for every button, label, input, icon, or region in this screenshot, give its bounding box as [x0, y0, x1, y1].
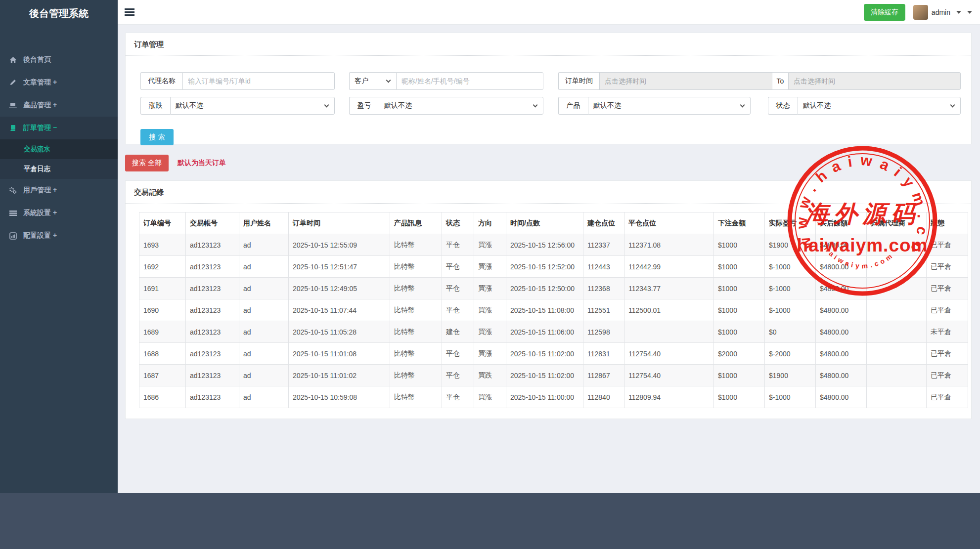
- cell-profit: $-1000: [765, 386, 816, 408]
- table-row: 1693ad123123ad2025-10-15 12:55:09比特幣平仓買漲…: [139, 234, 968, 256]
- cell-balance: $4800.00: [816, 365, 867, 386]
- cell-direction: 買漲: [474, 256, 506, 278]
- cell-order_time: 2025-10-15 11:01:08: [289, 343, 390, 365]
- avatar[interactable]: [913, 5, 928, 20]
- cell-id: 1693: [139, 234, 186, 256]
- cell-user: ad: [239, 234, 289, 256]
- cell-product: 比特幣: [390, 278, 442, 299]
- status-select[interactable]: 默认不选: [798, 97, 961, 115]
- cell-status: 已平倉: [927, 386, 968, 408]
- cell-close_point: 112500.01: [624, 299, 714, 321]
- sidebar-item-config[interactable]: 配置設置 +: [0, 224, 118, 247]
- sidebar-item-articles[interactable]: 文章管理 +: [0, 71, 118, 94]
- sidebar-item-system[interactable]: 系統設置 +: [0, 202, 118, 224]
- column-header-id: 订单编号: [139, 212, 186, 234]
- profit-loss-select[interactable]: 默认不选: [379, 97, 543, 115]
- caret-down-icon[interactable]: [967, 11, 972, 14]
- cell-user: ad: [239, 278, 289, 299]
- panel-title: 交易記錄: [126, 181, 971, 204]
- search-all-button[interactable]: 搜索 全部: [125, 155, 169, 171]
- username[interactable]: admin: [932, 8, 950, 16]
- sidebar-item-orders[interactable]: 訂單管理 −: [0, 117, 118, 139]
- cell-id: 1688: [139, 343, 186, 365]
- cell-direction: 買漲: [474, 299, 506, 321]
- cell-bet: $1000: [714, 234, 765, 256]
- cell-profit: $1900: [765, 234, 816, 256]
- cell-account: ad123123: [186, 343, 239, 365]
- cell-agent: [867, 278, 927, 299]
- cell-profit: $1900: [765, 365, 816, 386]
- cell-order_time: 2025-10-15 12:55:09: [289, 234, 390, 256]
- cell-time_point: 2025-10-15 12:50:00: [506, 278, 583, 299]
- cell-agent: [867, 365, 927, 386]
- cell-direction: 買漲: [474, 321, 506, 343]
- cell-id: 1690: [139, 299, 186, 321]
- cell-bet: $2000: [714, 343, 765, 365]
- action-row: 搜索 全部 默认为当天订单: [125, 155, 226, 171]
- customer-input[interactable]: [396, 72, 543, 90]
- cell-id: 1691: [139, 278, 186, 299]
- clear-cache-button[interactable]: 清除緩存: [864, 4, 905, 21]
- cell-status: 已平倉: [927, 299, 968, 321]
- sidebar-item-users[interactable]: 用戶管理 +: [0, 179, 118, 202]
- product-label: 产品: [558, 97, 588, 115]
- sidebar-item-label: 後台首頁: [23, 55, 51, 64]
- order-time-end-input[interactable]: [788, 72, 961, 90]
- sidebar: 後台管理系統 後台首頁文章管理 +產品管理 +訂單管理 −交易流水平倉日志用戶管…: [0, 0, 118, 493]
- cell-balance: $4800.00: [816, 343, 867, 365]
- cell-product: 比特幣: [390, 343, 442, 365]
- cell-close_point: 112371.08: [624, 234, 714, 256]
- cell-bet: $1000: [714, 278, 765, 299]
- cell-time_point: 2025-10-15 11:02:00: [506, 365, 583, 386]
- column-header-open_point: 建仓点位: [583, 212, 624, 234]
- cell-state: 建仓: [442, 321, 474, 343]
- cell-agent: [867, 299, 927, 321]
- sidebar-subitem-close-log[interactable]: 平倉日志: [0, 159, 118, 179]
- cell-balance: $4800.00: [816, 321, 867, 343]
- sidebar-item-label: 用戶管理 +: [23, 186, 57, 195]
- cell-state: 平仓: [442, 365, 474, 386]
- hamburger-menu-icon[interactable]: [125, 8, 134, 16]
- cell-account: ad123123: [186, 234, 239, 256]
- sidebar-subitem-transactions[interactable]: 交易流水: [0, 139, 118, 159]
- chevron-down-icon: [533, 103, 538, 108]
- cell-open_point: 112598: [583, 321, 624, 343]
- cell-agent: [867, 321, 927, 343]
- column-header-order_time: 订单时间: [289, 212, 390, 234]
- sidebar-item-home[interactable]: 後台首頁: [0, 48, 118, 71]
- table-row: 1692ad123123ad2025-10-15 12:51:47比特幣平仓買漲…: [139, 256, 968, 278]
- sidebar-item-products[interactable]: 產品管理 +: [0, 94, 118, 117]
- cell-user: ad: [239, 321, 289, 343]
- cell-status: 已平倉: [927, 365, 968, 386]
- cell-profit: $-1000: [765, 256, 816, 278]
- page: 後台管理系統 後台首頁文章管理 +產品管理 +訂單管理 −交易流水平倉日志用戶管…: [0, 0, 980, 549]
- agent-name-input[interactable]: [182, 72, 335, 90]
- order-time-start-input[interactable]: [599, 72, 772, 90]
- transaction-records-panel: 交易記錄 订单编号交易帳号用户姓名订单时间产品訊息状态方向时间/点数建仓点位平仓…: [125, 180, 972, 419]
- cell-state: 平仓: [442, 256, 474, 278]
- customer-select[interactable]: 客户: [349, 72, 396, 90]
- caret-down-icon[interactable]: [956, 11, 961, 14]
- sidebar-item-label: 訂單管理 −: [23, 124, 57, 132]
- column-header-agent: 归属代理商: [867, 212, 927, 234]
- updown-select[interactable]: 默认不选: [170, 97, 335, 115]
- cell-account: ad123123: [186, 386, 239, 408]
- search-button[interactable]: 搜 索: [140, 129, 174, 145]
- cell-product: 比特幣: [390, 234, 442, 256]
- cell-balance: $4800.00: [816, 278, 867, 299]
- book-icon: [9, 124, 17, 132]
- cell-time_point: 2025-10-15 11:00:00: [506, 386, 583, 408]
- topbar-right: 清除緩存 admin: [864, 0, 972, 25]
- cell-account: ad123123: [186, 256, 239, 278]
- pencil-icon: [9, 79, 17, 86]
- cell-bet: $1000: [714, 299, 765, 321]
- cell-account: ad123123: [186, 278, 239, 299]
- product-select[interactable]: 默认不选: [588, 97, 751, 115]
- cell-id: 1687: [139, 365, 186, 386]
- cell-open_point: 112867: [583, 365, 624, 386]
- cell-direction: 買漲: [474, 234, 506, 256]
- cell-bet: $1000: [714, 321, 765, 343]
- topbar: 清除緩存 admin: [118, 0, 980, 25]
- cell-id: 1692: [139, 256, 186, 278]
- cell-profit: $0: [765, 321, 816, 343]
